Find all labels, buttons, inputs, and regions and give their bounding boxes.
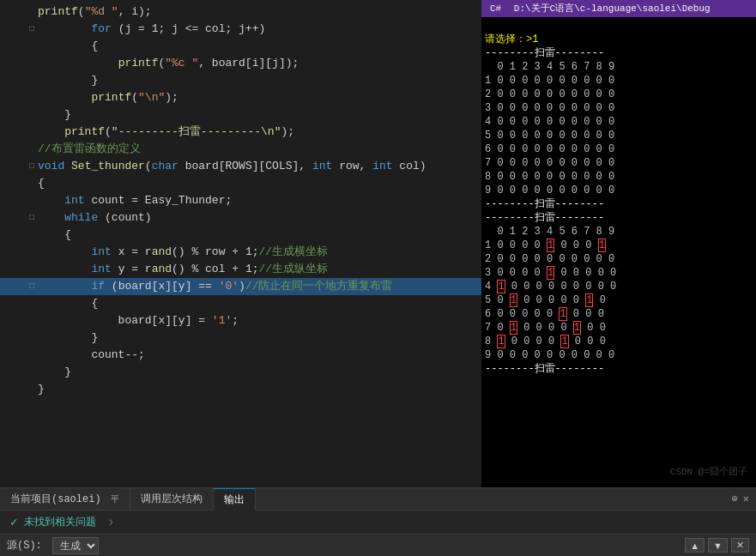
terminal-panel: C# D:\关于C语言\c-language\saolei\Debug 请选择：… xyxy=(481,0,756,487)
code-line: printf("---------扫雷---------\n"); xyxy=(0,124,481,141)
terminal-content: 请选择：>1 --------扫雷-------- 0 1 2 3 4 5 6 … xyxy=(481,17,756,391)
code-line: board[x][y] = '1'; xyxy=(0,312,481,329)
code-line: { xyxy=(0,227,481,244)
bottom-tabs: 当前项目(saolei) 平 调用层次结构 输出 ⊕ ✕ xyxy=(0,488,756,511)
tab-current-project[interactable]: 当前项目(saolei) 平 xyxy=(0,488,130,510)
code-line: printf("%c ", board[i][j]); xyxy=(0,55,481,72)
tab-output[interactable]: 输出 xyxy=(214,488,256,511)
code-line: int count = Easy_Thunder; xyxy=(0,192,481,209)
code-line: □ void Set_thunder(char board[ROWS][COLS… xyxy=(0,158,481,175)
tab-controls: ⊕ ✕ xyxy=(732,493,756,505)
code-line: printf("\n"); xyxy=(0,89,481,106)
code-line: } xyxy=(0,72,481,89)
code-line: int x = rand() % row + 1;//生成横坐标 xyxy=(0,244,481,261)
code-line: count--; xyxy=(0,347,481,364)
nav-up-button[interactable]: ▲ xyxy=(685,538,705,553)
terminal-titlebar: C# D:\关于C语言\c-language\saolei\Debug xyxy=(481,0,756,17)
nav-close-button[interactable]: ✕ xyxy=(731,538,749,553)
terminal-path: D:\关于C语言\c-language\saolei\Debug xyxy=(514,3,711,14)
code-line: □ while (count) xyxy=(0,209,481,227)
main-area: printf("%d ", i); □ for (j = 1; j <= col… xyxy=(0,0,756,487)
code-line: } xyxy=(0,381,481,398)
nav-buttons: ▲ ▼ ✕ xyxy=(685,538,749,553)
code-line: □ for (j = 1; j <= col; j++) xyxy=(0,21,481,38)
code-line: int y = rand() % col + 1;//生成纵坐标 xyxy=(0,261,481,278)
tab-call-hierarchy[interactable]: 调用层次结构 xyxy=(130,488,214,510)
code-line-highlighted: □ if (board[x][y] == '0')//防止在同一个地方重复布雷 xyxy=(0,278,481,295)
code-line: printf("%d ", i); xyxy=(0,3,481,21)
nav-down-button[interactable]: ▼ xyxy=(708,538,728,553)
code-line: { xyxy=(0,295,481,312)
code-line: } xyxy=(0,364,481,381)
source-bar: 源(S): 生成 ▲ ▼ ✕ xyxy=(0,534,756,556)
code-line: } xyxy=(0,106,481,124)
code-content: printf("%d ", i); □ for (j = 1; j <= col… xyxy=(0,0,481,402)
code-line: } xyxy=(0,329,481,347)
watermark: CSDN @=囧个团子 xyxy=(670,465,747,479)
code-editor[interactable]: printf("%d ", i); □ for (j = 1; j <= col… xyxy=(0,0,481,487)
source-label: 源(S): xyxy=(7,538,42,553)
code-line: { xyxy=(0,38,481,55)
bottom-panel: 当前项目(saolei) 平 调用层次结构 输出 ⊕ ✕ ✓ 未找到相关问题 ›… xyxy=(0,487,756,556)
code-line: //布置雷函数的定义 xyxy=(0,141,481,158)
source-select[interactable]: 生成 xyxy=(52,537,99,554)
code-line: { xyxy=(0,175,481,192)
status-icon: ✓ xyxy=(10,515,17,529)
status-text: 未找到相关问题 xyxy=(24,515,96,529)
status-content: ✓ 未找到相关问题 › xyxy=(0,511,756,534)
